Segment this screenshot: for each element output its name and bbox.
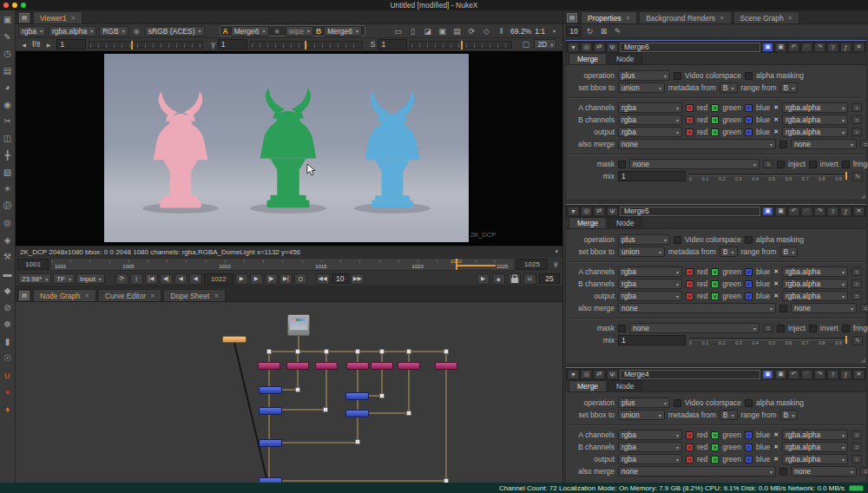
output-alpha-dropdown[interactable]: rgba.alpha [782, 291, 848, 301]
gamma-slider[interactable] [250, 41, 363, 49]
goto-start-button[interactable]: |◀ [145, 273, 158, 285]
script-button[interactable]: ƒ [840, 43, 852, 52]
help-button[interactable]: ? [827, 43, 838, 52]
undo-button[interactable]: ↶ [788, 207, 799, 216]
a-channels-dropdown[interactable]: rgba [618, 102, 682, 113]
blue-node[interactable] [345, 410, 369, 417]
skip-forward-button[interactable]: ▶▶ [351, 273, 365, 285]
node-name-field[interactable] [620, 43, 760, 52]
roi-icon[interactable]: ◇ [481, 27, 492, 36]
pink-node[interactable] [315, 362, 338, 370]
metadata-dropdown[interactable]: B [720, 410, 738, 420]
toolbar-icon[interactable]: ▤ [0, 62, 15, 80]
match-button[interactable]: = [852, 455, 862, 463]
undo-button[interactable]: ↶ [788, 370, 799, 379]
pink-node[interactable] [398, 362, 420, 370]
inject-checkbox[interactable] [777, 325, 785, 332]
also-merge-dropdown[interactable]: none [618, 139, 776, 149]
next-keyframe-button[interactable]: |▶ [265, 273, 278, 285]
toolbar-icon[interactable]: ⊘ [0, 299, 15, 317]
frame-ruler[interactable]: 100110051010101510201025 1022 [50, 258, 515, 271]
output-alpha-dropdown[interactable]: rgba.alpha [782, 454, 848, 464]
alpha-checkbox[interactable]: ✕ [773, 293, 779, 299]
float-panel-button[interactable]: ▣ [762, 207, 773, 216]
metadata-dropdown[interactable]: B [720, 82, 738, 93]
green-checkbox[interactable]: ✕ [711, 280, 719, 288]
redo-button[interactable]: ↷ [814, 207, 825, 216]
goto-end-button[interactable]: ▶| [279, 273, 293, 285]
match-button[interactable]: = [763, 160, 773, 168]
swap-inputs-icon[interactable]: ⇄ [594, 207, 605, 216]
toolbar-icon[interactable]: ✎ [0, 29, 15, 46]
bbox-dropdown[interactable]: union [618, 410, 665, 420]
display-channel-dropdown[interactable]: RGB [99, 26, 128, 36]
tab-curve-editor[interactable]: Curve Editor ✕ [98, 289, 162, 301]
dot-node[interactable] [406, 411, 411, 416]
blue-checkbox[interactable]: ✕ [745, 456, 753, 463]
blue-checkbox[interactable]: ✕ [745, 128, 753, 136]
blue-node[interactable] [259, 386, 282, 394]
guides-icon[interactable]: ▤ [451, 27, 463, 36]
bbox-dropdown[interactable]: union [618, 246, 665, 257]
mix-slider-handle[interactable] [845, 172, 847, 180]
toolbar-icon[interactable]: ♦ [0, 401, 15, 418]
tab-properties[interactable]: Properties ✕ [581, 11, 637, 23]
maximize-panel-button[interactable]: ▣ [775, 43, 786, 52]
a-alpha-dropdown[interactable]: rgba.alpha [782, 430, 848, 440]
tab-node[interactable]: Node [608, 380, 642, 391]
match-button[interactable]: = [852, 292, 862, 300]
timeline-options-icon[interactable]: ≫ [552, 259, 559, 270]
pixel-ratio[interactable]: 1:1 [535, 27, 545, 36]
green-checkbox[interactable]: ✕ [711, 268, 719, 276]
b-input-dropdown[interactable]: Merge6 [324, 26, 362, 36]
a-alpha-dropdown[interactable]: rgba.alpha [782, 266, 848, 277]
maximize-panel-button[interactable]: ▣ [775, 207, 786, 216]
b-alpha-dropdown[interactable]: rgba.alpha [782, 279, 848, 289]
toolbar-icon[interactable]: ✂ [0, 113, 15, 130]
bbox-dropdown[interactable]: union [618, 82, 665, 93]
close-icon[interactable]: ✕ [150, 293, 155, 299]
also-merge-channel-dropdown[interactable]: none [791, 466, 857, 477]
match-button[interactable]: = [852, 115, 862, 124]
toolbar-icon[interactable]: ● [0, 384, 15, 401]
curve-editor-icon[interactable]: ∿ [852, 336, 863, 345]
b-alpha-dropdown[interactable]: rgba.alpha [782, 115, 848, 125]
also-merge-channel-dropdown[interactable]: none [791, 303, 857, 313]
tab-scene-graph[interactable]: Scene Graph ✕ [733, 11, 800, 23]
output-dropdown[interactable]: rgba [618, 291, 682, 301]
dot-node[interactable] [379, 349, 385, 354]
range-start-field[interactable]: 1001 [17, 259, 49, 270]
match-button[interactable]: = [852, 128, 862, 136]
output-dropdown[interactable]: rgba [618, 127, 682, 137]
wipe-icon[interactable]: ◉ [272, 28, 283, 35]
close-icon[interactable]: ✕ [626, 15, 630, 22]
checker-icon[interactable]: ◪ [422, 27, 433, 36]
alpha-checkbox[interactable]: ✕ [773, 444, 779, 450]
a-channels-dropdown[interactable]: rgba [618, 266, 682, 277]
red-checkbox[interactable]: ✕ [686, 431, 694, 439]
match-button[interactable]: = [852, 103, 862, 112]
b-channels-dropdown[interactable]: rgba [618, 279, 682, 289]
dot-node[interactable] [406, 349, 411, 354]
tab-dope-sheet[interactable]: Dope Sheet ✕ [163, 289, 225, 301]
blue-checkbox[interactable]: ✕ [745, 116, 753, 124]
red-checkbox[interactable]: ✕ [686, 128, 694, 136]
resize-grip[interactable]: ◢ [861, 193, 865, 200]
metadata-dropdown[interactable]: B [720, 246, 738, 257]
blue-checkbox[interactable]: ✕ [745, 280, 753, 288]
toolbar-icon[interactable]: ∪ [0, 367, 15, 385]
a-channels-dropdown[interactable]: rgba [618, 430, 682, 440]
node-name-field[interactable] [620, 207, 760, 216]
viewer-image[interactable] [104, 54, 469, 242]
toolbar-icon[interactable]: ◆ [0, 282, 15, 299]
also-merge-checkbox[interactable] [779, 305, 787, 312]
green-checkbox[interactable]: ✕ [711, 293, 719, 300]
tab-background-renders[interactable]: Background Renders ✕ [639, 11, 731, 23]
node-tree-icon[interactable]: Ψ [607, 207, 618, 216]
close-panel-button[interactable]: ✕ [853, 43, 865, 52]
alpha-masking-checkbox[interactable] [745, 72, 753, 80]
range-dropdown[interactable]: B [780, 246, 799, 257]
mask-checkbox[interactable] [618, 161, 626, 168]
redo-button[interactable]: ↷ [814, 370, 825, 379]
range-dropdown[interactable]: B [780, 82, 799, 93]
